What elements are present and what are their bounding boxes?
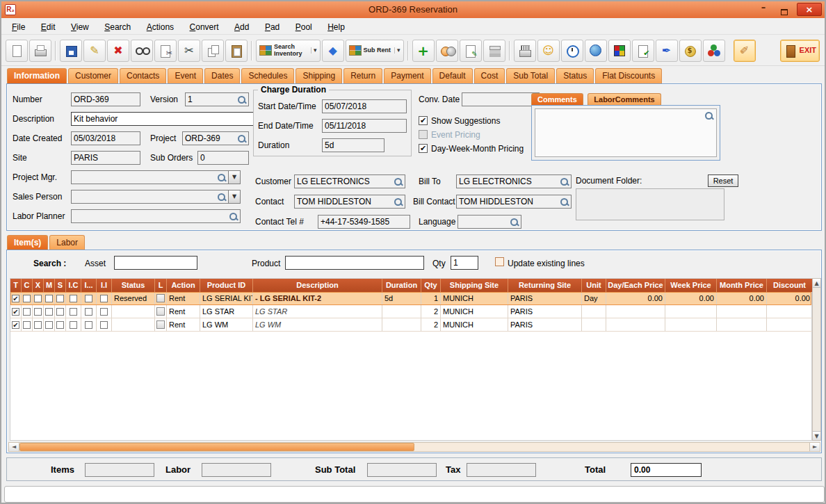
row-checkbox[interactable]: ✔ [12,321,19,329]
menu-item-help[interactable]: Help [321,19,351,35]
menu-item-edit[interactable]: Edit [35,19,62,35]
cube-colors-button[interactable] [608,40,631,62]
edit-button[interactable]: ✎ [83,40,106,62]
menu-item-actions[interactable]: Actions [140,19,180,35]
reset-button[interactable]: Reset [708,174,738,187]
sales-person-field[interactable] [71,190,229,204]
table-row[interactable]: ✔RentLG WMLG WM2MUNICHPARIS [10,318,811,332]
sales-person-dropdown-button[interactable]: ▼ [228,190,241,204]
row-checkbox[interactable] [56,295,64,302]
column-header-m[interactable]: M [44,279,55,292]
start-date-field[interactable]: 05/07/2018 [322,99,407,113]
comments-box[interactable] [531,105,720,161]
search-icon[interactable] [704,111,714,121]
labor-planner-field[interactable] [71,209,241,223]
row-checkbox[interactable] [23,308,31,316]
minimize-button[interactable]: – [754,1,773,17]
history-button[interactable] [561,40,583,62]
vertical-scrollbar[interactable]: ▲ ▼ [812,278,821,441]
tab-event[interactable]: Event [168,68,203,83]
menu-item-search[interactable]: Search [98,19,137,35]
description-field[interactable]: Kit behavior [71,112,254,126]
tab-comments[interactable]: Comments [531,93,583,106]
event-pricing-checkbox[interactable] [419,130,428,139]
column-header-weekprice[interactable]: Week Price [665,279,717,292]
project-field[interactable]: ORD-369 [182,131,249,145]
customer-field[interactable]: LG ELECTRONICS [294,174,405,188]
column-header-description[interactable]: Description [253,279,382,292]
cut-button[interactable]: ✂ [178,40,200,62]
column-header-x[interactable]: X [33,279,44,292]
project-mgr-field[interactable] [71,170,229,184]
scrollbar-thumb[interactable] [19,443,414,451]
column-header-monthprice[interactable]: Month Price [717,279,767,292]
find-button[interactable] [131,40,153,62]
row-checkbox[interactable] [45,308,53,316]
horizontal-scrollbar[interactable]: ◄ ► [8,442,820,452]
conv-date-field[interactable] [462,92,540,106]
search-icon[interactable] [560,197,569,207]
new-button[interactable] [6,40,28,62]
delete-button[interactable]: ✖ [107,40,129,62]
exit-button[interactable]: EXIT [780,40,820,62]
tab-information[interactable]: Information [7,68,67,83]
product-input[interactable] [285,256,424,270]
column-header-c[interactable]: C [22,279,33,292]
line-options-button[interactable] [156,294,165,302]
menu-item-add[interactable]: Add [228,19,255,35]
copy-button[interactable] [202,40,224,62]
column-header-status[interactable]: Status [112,279,155,292]
row-checkbox[interactable] [70,321,77,329]
tab-customer[interactable]: Customer [68,68,118,83]
row-checkbox[interactable] [34,308,42,316]
scroll-left-button[interactable]: ◄ [9,443,19,451]
date-created-field[interactable]: 05/03/2018 [71,131,140,145]
search-icon[interactable] [394,197,403,207]
site-field[interactable]: PARIS [71,151,140,165]
row-checkbox[interactable] [85,321,92,329]
asset-input[interactable] [114,256,197,270]
row-checkbox[interactable] [85,295,92,302]
project-mgr-dropdown-button[interactable]: ▼ [228,170,241,184]
scrollbar-track[interactable] [414,443,809,451]
print-button[interactable] [29,40,51,62]
tab-return[interactable]: Return [343,68,382,83]
tab-labor-comments[interactable]: LaborComments [588,93,661,106]
column-header-shippingsite[interactable]: Shipping Site [441,279,508,292]
dropdown-arrow-icon[interactable]: ▾ [311,47,317,54]
menu-item-convert[interactable]: Convert [184,19,225,35]
row-checkbox[interactable] [100,295,108,302]
row-checkbox[interactable] [56,321,64,329]
search-icon[interactable] [560,177,569,187]
row-checkbox[interactable] [70,308,77,316]
tab-cost[interactable]: Cost [474,68,505,83]
column-header-discount[interactable]: Discount [767,279,813,292]
tab-contacts[interactable]: Contacts [120,68,166,83]
print-barcode-button[interactable] [514,40,536,62]
scroll-up-button[interactable]: ▲ [813,279,820,288]
menu-item-pool[interactable]: Pool [289,19,318,35]
tab-status[interactable]: Status [556,68,594,83]
tab-dates[interactable]: Dates [204,68,240,83]
row-checkbox[interactable] [85,308,92,316]
comments-text-area[interactable] [535,108,717,157]
row-checkbox[interactable]: ✔ [12,308,19,316]
paste-button[interactable] [225,40,248,62]
table-row[interactable]: ✔ReservedRentLG SERIAL KIT-2- LG SERIAL … [10,292,811,305]
row-checkbox[interactable] [56,308,64,316]
close-button[interactable]: × [797,3,822,16]
globe-button[interactable] [585,40,607,62]
notes-button[interactable]: ✎ [460,40,482,62]
update-existing-lines-checkbox[interactable] [495,257,504,266]
number-field[interactable]: ORD-369 [71,92,140,106]
tab-payment[interactable]: Payment [384,68,430,83]
sub-rent-button[interactable]: Sub Rent ▾ [346,40,404,62]
row-checkbox[interactable] [100,308,108,316]
column-header-qty[interactable]: Qty [421,279,441,292]
dropdown-arrow-icon[interactable]: ▾ [394,47,400,54]
row-checkbox[interactable] [100,321,108,329]
table-row[interactable]: ✔RentLG STARLG STAR2MUNICHPARIS [10,305,811,318]
column-header-productid[interactable]: Product ID [200,279,253,292]
save-button[interactable] [60,40,82,62]
day-week-month-checkbox[interactable]: ✔ [419,144,428,153]
